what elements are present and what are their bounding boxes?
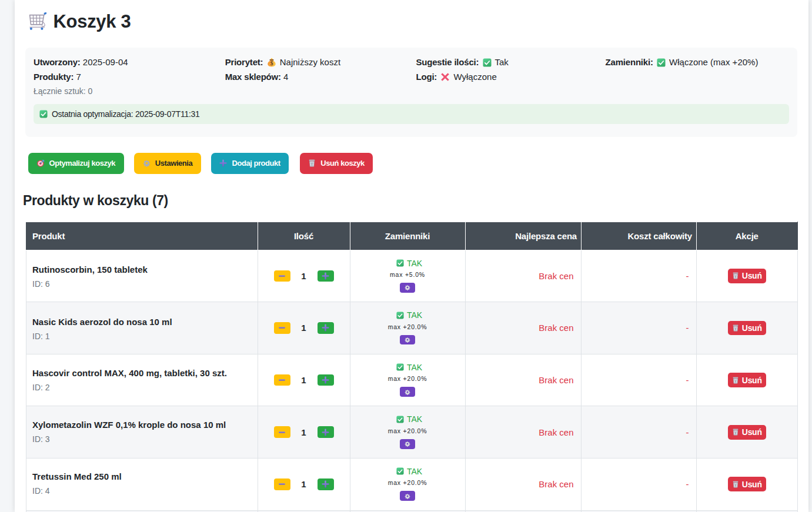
svg-text:$: $	[270, 61, 273, 66]
